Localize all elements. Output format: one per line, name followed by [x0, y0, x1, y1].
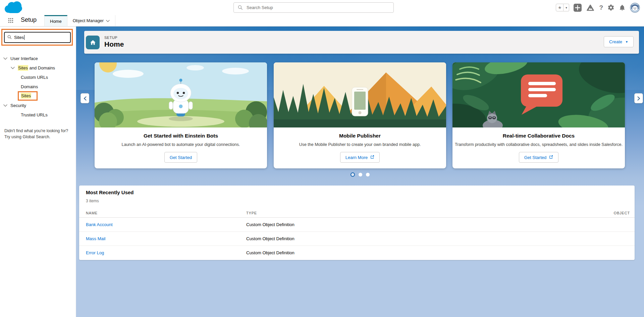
promo-card-description: Launch an AI-powered bot to automate you…	[95, 142, 267, 147]
recent-item-count: 3 items	[86, 199, 99, 203]
quick-add-icon[interactable]	[574, 4, 582, 12]
tree-label: Custom URLs	[21, 75, 48, 80]
search-match-highlight: Sites	[18, 65, 28, 71]
chevron-down-icon: ▼	[625, 40, 628, 44]
recent-table: NAME TYPE OBJECT Bank Account Custom Obj…	[79, 208, 635, 260]
carousel-next-button[interactable]	[634, 93, 643, 103]
promo-button-label: Learn More	[345, 155, 368, 160]
search-icon	[238, 5, 243, 11]
promo-card-title: Get Started with Einstein Bots	[95, 133, 267, 139]
search-icon	[7, 35, 12, 41]
tree-item-security[interactable]: Security	[0, 101, 76, 110]
create-button[interactable]: Create ▼	[604, 36, 634, 47]
setup-sidebar: Sites User Interface Sites and Domains C…	[0, 26, 76, 317]
chevron-down-icon	[3, 104, 7, 107]
record-link[interactable]: Bank Account	[79, 222, 246, 227]
record-type: Custom Object Definition	[246, 222, 594, 227]
get-started-button[interactable]: Get Started	[164, 152, 197, 163]
text-cursor	[24, 35, 24, 40]
tree-item-trusted-urls[interactable]: Trusted URLs	[0, 110, 76, 119]
table-row: Mass Mail Custom Object Definition	[79, 232, 635, 246]
tree-label: Trusted URLs	[21, 112, 48, 117]
user-avatar[interactable]	[630, 3, 640, 13]
favorites-dropdown-icon[interactable]: ▾	[564, 4, 569, 11]
notifications-bell-icon[interactable]	[619, 4, 626, 11]
tree-item-user-interface[interactable]: User Interface	[0, 54, 76, 63]
column-header-type: TYPE	[246, 211, 594, 215]
column-header-object: OBJECT	[594, 211, 635, 215]
app-name: Setup	[21, 16, 37, 23]
global-search	[233, 2, 394, 13]
most-recently-used-card: Most Recently Used 3 items NAME TYPE OBJ…	[79, 186, 635, 260]
collaborative-docs-illustration	[452, 62, 625, 127]
search-setup-input[interactable]	[233, 2, 394, 13]
favorites-star-icon[interactable]: ★	[556, 4, 564, 11]
salesforce-setup-app: ★ ▾ ?	[0, 0, 644, 317]
recent-card-title: Most Recently Used	[86, 190, 134, 195]
app-launcher-waffle-icon[interactable]	[8, 18, 13, 24]
promo-card-collaborative-docs: Real-time Collaborative Docs Transform p…	[452, 62, 625, 168]
annotation-sites: Sites	[18, 91, 38, 101]
global-search-hint-line1: Didn't find what you're looking for?	[4, 128, 68, 134]
tree-item-custom-urls[interactable]: Custom URLs	[0, 72, 76, 82]
global-search-hint-line2: Try using Global Search.	[4, 134, 68, 140]
settings-gear-icon[interactable]	[607, 4, 614, 11]
tab-object-manager-label: Object Manager	[73, 18, 104, 23]
page-eyebrow: SETUP	[104, 36, 117, 40]
mobile-publisher-illustration	[274, 62, 446, 127]
chevron-down-icon	[106, 18, 110, 23]
help-icon[interactable]: ?	[599, 4, 603, 11]
main-content: SETUP Home Create ▼	[76, 26, 644, 317]
tree-item-sites-and-domains[interactable]: Sites and Domains	[0, 63, 76, 72]
setup-tree: User Interface Sites and Domains Custom …	[0, 54, 76, 119]
carousel-dot-3[interactable]	[366, 173, 370, 176]
chevron-down-icon	[3, 57, 7, 60]
global-header: ★ ▾ ?	[0, 0, 644, 15]
page-header-card: SETUP Home Create ▼	[84, 31, 639, 54]
chevron-down-icon	[11, 67, 15, 69]
promo-card-title: Real-time Collaborative Docs	[452, 133, 625, 139]
nav-tabs: Home Object Manager	[44, 15, 115, 26]
promo-card-mobile-publisher: Mobile Publisher Use the Mobile Publishe…	[274, 62, 446, 168]
promo-card-title: Mobile Publisher	[274, 133, 446, 139]
promo-card-description: Use the Mobile Publisher to create your …	[274, 142, 446, 147]
learn-more-button[interactable]: Learn More	[340, 152, 380, 163]
carousel-dot-1[interactable]	[351, 172, 355, 177]
tree-label: Security	[10, 103, 26, 108]
salesforce-logo	[5, 1, 23, 13]
carousel-dots	[76, 173, 644, 177]
promo-button-label: Get Started	[524, 155, 546, 160]
external-link-icon	[549, 155, 553, 160]
record-type: Custom Object Definition	[246, 236, 594, 241]
create-button-label: Create	[609, 39, 622, 44]
external-link-icon	[370, 155, 374, 160]
tab-home[interactable]: Home	[44, 15, 67, 26]
setup-home-icon	[86, 36, 100, 49]
recent-table-header: NAME TYPE OBJECT	[79, 208, 635, 218]
tree-label: Sites and Domains	[18, 65, 55, 70]
table-row: Bank Account Custom Object Definition	[79, 218, 635, 232]
global-search-hint: Didn't find what you're looking for? Try…	[4, 128, 68, 140]
tree-label: Domains	[21, 84, 38, 89]
tree-label: User Interface	[10, 56, 38, 61]
promo-card-description: Transform productivity with collaborativ…	[452, 142, 625, 147]
tab-home-label: Home	[50, 19, 62, 24]
header-icon-bar: ★ ▾ ?	[556, 0, 640, 15]
page-title: Home	[104, 40, 124, 48]
tab-object-manager[interactable]: Object Manager	[67, 15, 116, 26]
guidance-center-icon[interactable]	[586, 4, 595, 11]
quick-find-value: Sites	[14, 35, 24, 40]
einstein-bots-illustration	[95, 62, 267, 127]
setup-navbar: Setup Home Object Manager	[0, 15, 644, 27]
tree-item-sites[interactable]: Sites	[0, 91, 76, 101]
promo-card-einstein-bots: Get Started with Einstein Bots Launch an…	[95, 62, 267, 168]
record-link[interactable]: Mass Mail	[79, 236, 246, 241]
carousel-previous-button[interactable]	[80, 93, 89, 103]
tree-item-domains[interactable]: Domains	[0, 82, 76, 91]
carousel-dot-2[interactable]	[359, 173, 362, 176]
quick-find-input[interactable]: Sites	[4, 32, 71, 43]
search-match-highlight: Sites	[21, 93, 31, 99]
record-link[interactable]: Error Log	[79, 250, 246, 255]
get-started-button[interactable]: Get Started	[519, 152, 558, 163]
column-header-name: NAME	[79, 211, 246, 215]
